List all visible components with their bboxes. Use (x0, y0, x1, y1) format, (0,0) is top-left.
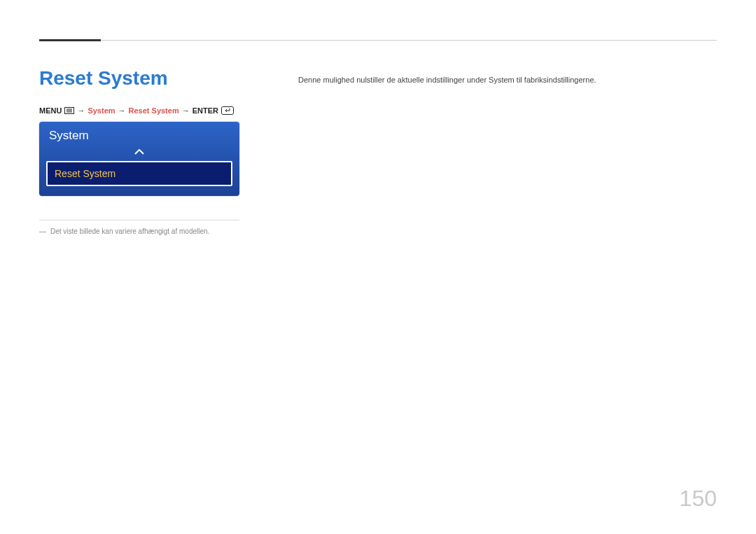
footnote-divider (39, 220, 239, 220)
breadcrumb: MENU → System → Reset System → ENTER (39, 106, 270, 115)
breadcrumb-system: System (88, 106, 115, 115)
page-number: 150 (680, 486, 717, 512)
page-container: Reset System MENU → System → Reset Syste… (0, 0, 756, 534)
menu-icon (64, 107, 74, 114)
page-heading: Reset System (39, 67, 270, 90)
section-marker (39, 39, 101, 41)
chevron-up-icon[interactable] (39, 147, 239, 161)
footnote-dash: ― (39, 227, 46, 235)
left-column: Reset System MENU → System → Reset Syste… (39, 67, 270, 235)
breadcrumb-arrow-3: → (182, 106, 190, 115)
breadcrumb-reset-system: Reset System (129, 106, 179, 115)
content-columns: Reset System MENU → System → Reset Syste… (39, 67, 717, 235)
enter-icon (221, 106, 234, 115)
breadcrumb-arrow-2: → (118, 106, 126, 115)
breadcrumb-menu-label: MENU (39, 106, 62, 115)
menu-panel-title: System (39, 122, 239, 147)
menu-panel: System Reset System (39, 122, 239, 196)
breadcrumb-arrow-1: → (77, 106, 85, 115)
horizontal-rule (101, 40, 717, 41)
footnote-text: Det viste billede kan variere afhængigt … (50, 227, 209, 235)
menu-item-reset-system[interactable]: Reset System (46, 161, 232, 186)
footnote: ― Det viste billede kan variere afhængig… (39, 227, 270, 235)
right-column: Denne mulighed nulstiller de aktuelle in… (298, 67, 717, 235)
body-text: Denne mulighed nulstiller de aktuelle in… (298, 74, 717, 87)
breadcrumb-enter-label: ENTER (192, 106, 218, 115)
